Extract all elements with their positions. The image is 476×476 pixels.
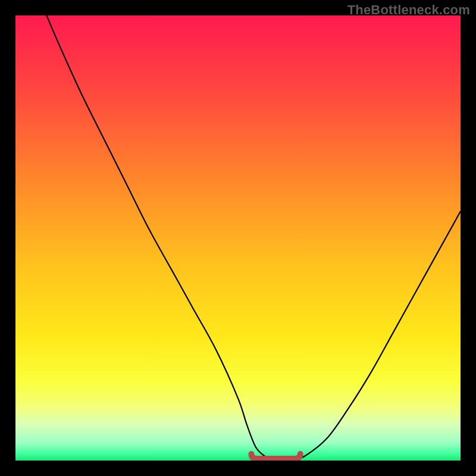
watermark-text: TheBottleneck.com	[347, 2, 470, 18]
optimal-region-marker	[251, 454, 300, 459]
bottleneck-curve	[46, 15, 461, 461]
chart-svg	[15, 15, 461, 461]
chart-plot-area	[15, 15, 461, 461]
